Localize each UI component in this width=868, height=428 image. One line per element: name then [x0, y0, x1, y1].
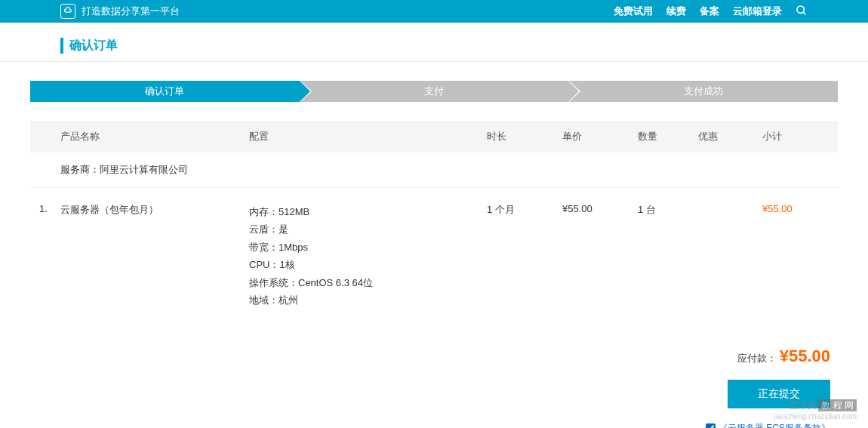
table-header: 产品名称 配置 时长 单价 数量 优惠 小计 [30, 121, 838, 152]
search-icon[interactable] [796, 5, 808, 19]
item-index: 1. [30, 203, 60, 309]
page-title: 确认订单 [60, 38, 808, 54]
slogan: 打造数据分享第一平台 [82, 5, 180, 18]
header-subtotal: 小计 [762, 130, 838, 143]
provider-text: 服务商：阿里云计算有限公司 [60, 163, 249, 177]
header-name: 产品名称 [60, 130, 249, 143]
item-name: 云服务器（包年包月） [60, 203, 249, 309]
nav-link-renew[interactable]: 续费 [666, 5, 686, 18]
config-shield: 云盾：是 [249, 220, 487, 238]
item-qty: 1 台 [638, 203, 698, 309]
nav-link-mail[interactable]: 云邮箱登录 [733, 5, 782, 18]
item-config: 内存：512MB 云盾：是 带宽：1Mbps CPU：1核 操作系统：CentO… [249, 203, 487, 309]
topbar: 打造数据分享第一平台 免费试用 续费 备案 云邮箱登录 [0, 0, 868, 23]
total-amount: ¥55.00 [780, 346, 830, 365]
nav-link-trial[interactable]: 免费试用 [614, 5, 653, 18]
item-subtotal: ¥55.00 [762, 203, 838, 309]
tos-checkbox[interactable] [706, 423, 716, 428]
tos-line: 《云服务器 ECS服务条款》 [38, 422, 830, 428]
item-discount [698, 203, 762, 309]
header-price: 单价 [562, 130, 638, 143]
header-qty: 数量 [638, 130, 698, 143]
item-duration: 1 个月 [487, 203, 562, 309]
content: 确认订单 支付 支付成功 产品名称 配置 时长 单价 数量 优惠 小计 服务商：… [0, 62, 868, 428]
item-price: ¥55.00 [562, 203, 638, 309]
step-pay: 支付 [300, 81, 569, 102]
topbar-left: 打造数据分享第一平台 [60, 4, 180, 19]
header-config: 配置 [249, 130, 487, 143]
page-title-wrap: 确认订单 [0, 23, 868, 62]
svg-point-0 [797, 6, 804, 13]
provider-row: 服务商：阿里云计算有限公司 [30, 152, 838, 188]
config-cpu: CPU：1核 [249, 256, 487, 273]
total-line: 应付款： ¥55.00 [38, 346, 830, 366]
footer-area: 应付款： ¥55.00 正在提交 《云服务器 ECS服务条款》 [30, 331, 838, 428]
tos-link[interactable]: 《云服务器 ECS服务条款》 [719, 422, 830, 428]
config-bandwidth: 带宽：1Mbps [249, 239, 487, 256]
header-discount: 优惠 [698, 130, 762, 143]
cloud-logo-icon [60, 4, 75, 19]
config-os: 操作系统：CentOS 6.3 64位 [249, 274, 487, 291]
progress-steps: 确认订单 支付 支付成功 [30, 81, 838, 102]
step-confirm: 确认订单 [30, 81, 300, 102]
order-table: 产品名称 配置 时长 单价 数量 优惠 小计 服务商：阿里云计算有限公司 1. … [30, 121, 838, 331]
svg-line-1 [803, 12, 805, 14]
total-label: 应付款： [737, 353, 777, 364]
config-memory: 内存：512MB [249, 203, 487, 220]
topbar-right: 免费试用 续费 备案 云邮箱登录 [614, 5, 808, 19]
nav-link-beian[interactable]: 备案 [700, 5, 719, 18]
config-region: 地域：杭州 [249, 291, 487, 309]
table-row: 1. 云服务器（包年包月） 内存：512MB 云盾：是 带宽：1Mbps CPU… [30, 188, 838, 331]
header-duration: 时长 [487, 130, 562, 143]
step-success: 支付成功 [568, 81, 838, 102]
watermark: 查字典教 程 网 jiaocheng.chazidian.com [774, 399, 857, 420]
